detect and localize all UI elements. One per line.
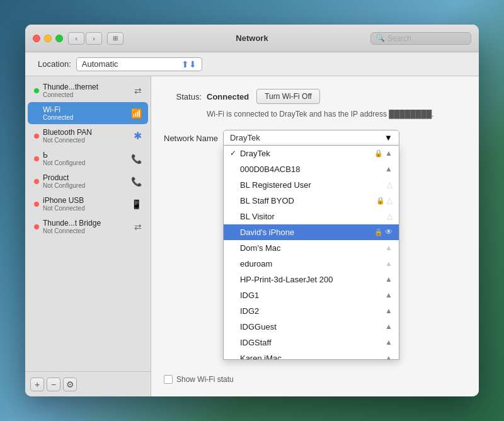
sidebar-item-wifi[interactable]: Wi-Fi Connected 📶: [28, 102, 148, 124]
item-status-thunderbolt-bridge: Not Connected: [43, 228, 132, 234]
location-select[interactable]: Automatic ⬆⬇: [76, 57, 202, 71]
location-label: Location:: [38, 59, 71, 69]
network-icons: 🔒 ▲: [374, 149, 392, 158]
item-text-product: Product Not Configured: [43, 173, 129, 189]
network-item[interactable]: IDGGuest ▲: [224, 319, 399, 335]
wifi-signal-icon: △: [387, 196, 392, 205]
network-item[interactable]: IDGStaff ▲: [224, 335, 399, 350]
item-status-lb: Not Configured: [43, 159, 129, 166]
network-item[interactable]: IDG2 ▲: [224, 303, 399, 319]
network-icons: ▲: [385, 354, 392, 360]
network-icons: ▲: [385, 243, 392, 252]
status-row: Status: Connected Turn Wi-Fi Off: [164, 89, 466, 104]
traffic-lights: [33, 35, 63, 42]
network-icons: △: [387, 212, 392, 221]
network-name-text: DrayTek: [240, 149, 370, 158]
network-icons: ▲: [385, 338, 392, 347]
sidebar-item-lb[interactable]: Ь Not Configured 📞: [28, 147, 148, 170]
network-item[interactable]: Dom's Mac ▲: [224, 240, 399, 256]
network-icons: ▲: [385, 306, 392, 315]
network-name-text: IDG1: [240, 291, 381, 300]
network-item[interactable]: HP-Print-3d-LaserJet 200 ▲: [224, 272, 399, 287]
maximize-button[interactable]: [55, 35, 63, 42]
titlebar: ‹ › ⊞ Network 🔍 Search: [25, 25, 479, 52]
network-icons: ▲: [385, 291, 392, 299]
network-name-text: BL Registered User: [240, 180, 383, 190]
forward-button[interactable]: ›: [86, 32, 102, 45]
sidebar-item-product[interactable]: Product Not Configured 📞: [28, 170, 148, 192]
network-name-text: HP-Print-3d-LaserJet 200: [240, 275, 381, 284]
wifi-signal-icon: ▲: [385, 164, 392, 173]
network-item[interactable]: BL Visitor △: [224, 209, 399, 224]
dropdown-arrow-icon: ▼: [384, 133, 392, 142]
window-title: Network: [236, 33, 268, 43]
item-name-thunderbolt-bridge: Thunde...t Bridge: [43, 219, 132, 228]
network-item[interactable]: IDG1 ▲: [224, 287, 399, 303]
network-item[interactable]: 000D0B4ACB18 ▲: [224, 161, 399, 177]
bluetooth-icon: ✱: [134, 130, 142, 142]
sidebar-item-iphone-usb[interactable]: iPhone USB Not Connected 📱: [28, 193, 148, 215]
remove-network-button[interactable]: −: [47, 378, 60, 391]
network-name-text: IDG2: [240, 306, 381, 316]
item-name-wifi: Wi-Fi: [43, 105, 129, 114]
network-icons: ▲: [385, 259, 392, 268]
hotspot-icon: 👁: [385, 228, 392, 236]
phone-icon: 📞: [131, 154, 142, 164]
status-description: Wi-Fi is connected to DrayTek and has th…: [207, 109, 466, 120]
item-status-wifi: Connected: [43, 114, 129, 121]
lock-icon: 🔒: [374, 149, 383, 158]
close-button[interactable]: [33, 35, 40, 42]
item-status-bluetooth-pan: Not Connected: [43, 137, 131, 144]
desktop: ‹ › ⊞ Network 🔍 Search Location: Automat…: [0, 0, 504, 421]
wifi-signal-icon: ▲: [385, 322, 392, 331]
item-name-product: Product: [43, 173, 129, 182]
item-text-wifi: Wi-Fi Connected: [43, 105, 129, 121]
network-name-text: IDGGuest: [240, 322, 381, 332]
wifi-signal-icon: △: [387, 212, 392, 221]
network-name-row: Network Name DrayTek ▼ ✓ DrayTek 🔒 ▲: [164, 130, 466, 146]
network-name-text: BL Staff BYOD: [240, 196, 372, 205]
sidebar-items: Thunde...thernet Connected ⇄ Wi-Fi Conne…: [25, 76, 151, 371]
network-icons: 🔒 △: [376, 196, 392, 205]
indicator-iphone-usb: [34, 202, 39, 207]
indicator-wifi: [34, 111, 39, 116]
network-item[interactable]: BL Registered User △: [224, 177, 399, 193]
network-name-text: David's iPhone: [240, 228, 370, 237]
indicator-bluetooth-pan: [34, 134, 39, 139]
network-icon: ⇄: [134, 222, 142, 232]
detail-panel: Status: Connected Turn Wi-Fi Off Wi-Fi i…: [151, 76, 479, 396]
search-bar[interactable]: 🔍 Search: [370, 32, 471, 45]
item-name-thunderbolt-ethernet: Thunde...thernet: [43, 83, 132, 91]
turn-off-wifi-button[interactable]: Turn Wi-Fi Off: [256, 89, 320, 104]
network-item[interactable]: Karen iMac ▲: [224, 350, 399, 360]
network-item[interactable]: ✓ DrayTek 🔒 ▲: [224, 146, 399, 161]
item-text-lb: Ь Not Configured: [43, 151, 129, 166]
grid-button[interactable]: ⊞: [107, 32, 123, 45]
network-name-text: Dom's Mac: [240, 243, 381, 253]
minimize-button[interactable]: [44, 35, 52, 42]
sidebar-item-thunderbolt-bridge[interactable]: Thunde...t Bridge Not Connected ⇄: [28, 216, 148, 238]
indicator-thunderbolt-bridge: [34, 224, 39, 229]
back-button[interactable]: ‹: [68, 32, 84, 45]
status-value: Connected: [207, 92, 249, 101]
indicator-product: [34, 179, 39, 184]
add-network-button[interactable]: +: [30, 378, 44, 391]
nav-buttons: ‹ ›: [68, 32, 102, 45]
network-name-text: 000D0B4ACB18: [240, 164, 381, 174]
sidebar: Thunde...thernet Connected ⇄ Wi-Fi Conne…: [25, 76, 151, 396]
network-item[interactable]: eduroam ▲: [224, 256, 399, 272]
search-placeholder: Search: [387, 34, 411, 43]
iphone-icon: 📱: [131, 199, 142, 209]
network-name-text: BL Visitor: [240, 212, 383, 221]
sidebar-item-bluetooth-pan[interactable]: Bluetooth PAN Not Connected ✱: [28, 125, 148, 147]
network-item[interactable]: BL Staff BYOD 🔒 △: [224, 193, 399, 209]
main-content: Thunde...thernet Connected ⇄ Wi-Fi Conne…: [25, 76, 479, 396]
location-arrow-icon: ⬆⬇: [181, 59, 197, 69]
wifi-signal-icon: ▲: [385, 291, 392, 299]
network-window: ‹ › ⊞ Network 🔍 Search Location: Automat…: [25, 25, 479, 396]
settings-button[interactable]: ⚙: [63, 378, 77, 391]
network-dropdown-trigger[interactable]: DrayTek ▼: [223, 130, 399, 146]
network-item[interactable]: David's iPhone 🔒 👁: [224, 224, 399, 240]
show-status-checkbox[interactable]: [164, 375, 173, 384]
sidebar-item-thunderbolt-ethernet[interactable]: Thunde...thernet Connected ⇄: [28, 79, 148, 101]
